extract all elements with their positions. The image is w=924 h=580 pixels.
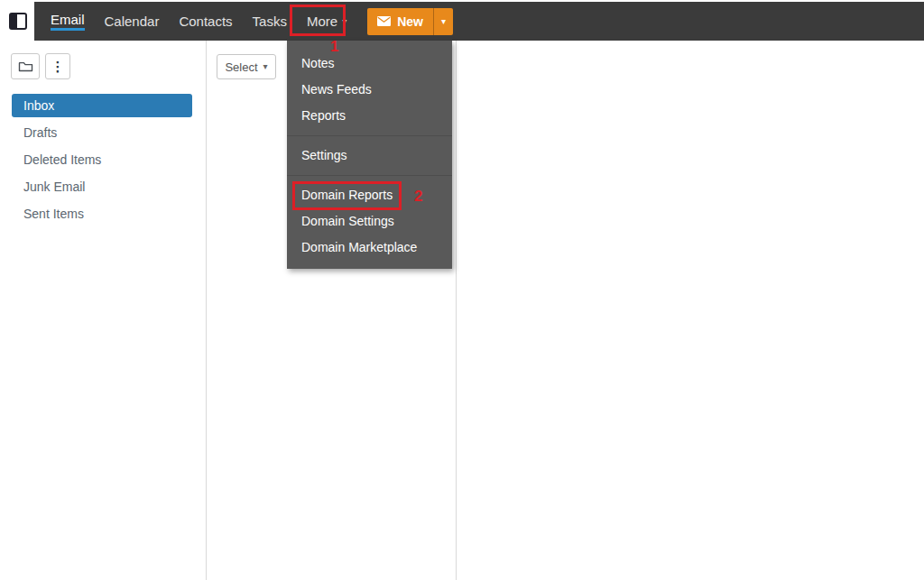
menu-divider (287, 175, 452, 176)
folder-item-label: Junk Email (23, 180, 85, 194)
folder-item-junk-email[interactable]: Junk Email (12, 175, 192, 198)
nav-tab-email-label: Email (51, 12, 85, 31)
menu-item-notes[interactable]: Notes (287, 51, 452, 77)
folder-item-label: Sent Items (23, 207, 84, 221)
nav-tab-calendar-label: Calendar (105, 14, 160, 30)
nav-tab-contacts[interactable]: Contacts (169, 2, 242, 41)
nav-tab-more[interactable]: More ▾ (297, 2, 356, 41)
chevron-down-icon: ▾ (263, 62, 268, 71)
folder-item-label: Inbox (23, 98, 54, 113)
menu-item-reports[interactable]: Reports (287, 103, 452, 129)
nav-tab-calendar[interactable]: Calendar (95, 2, 170, 41)
menu-item-news-feeds[interactable]: News Feeds (287, 77, 452, 103)
new-split-button: New ▾ (367, 8, 453, 35)
menu-item-domain-marketplace[interactable]: Domain Marketplace (287, 235, 452, 261)
pane-divider-right (456, 41, 457, 580)
pane-divider-left (206, 41, 207, 580)
menu-item-settings[interactable]: Settings (287, 143, 452, 169)
new-button-caret[interactable]: ▾ (433, 8, 453, 35)
new-button-label: New (397, 14, 423, 29)
folder-item-label: Deleted Items (23, 152, 101, 167)
menu-item-domain-reports[interactable]: Domain Reports (287, 182, 452, 208)
chevron-down-icon: ▾ (441, 16, 446, 26)
nav-tab-tasks[interactable]: Tasks (243, 2, 297, 41)
nav-tab-tasks-label: Tasks (253, 14, 287, 30)
top-navbar: Email Calendar Contacts Tasks More ▾ N (34, 2, 924, 41)
folder-item-sent-items[interactable]: Sent Items (12, 202, 192, 226)
folder-item-label: Drafts (23, 125, 57, 140)
kebab-menu-icon: ⋮ (51, 60, 65, 73)
select-dropdown-button[interactable]: Select ▾ (217, 54, 276, 79)
new-folder-button[interactable] (11, 53, 40, 79)
nav-tab-contacts-label: Contacts (179, 14, 232, 30)
sidebar-toggle-icon[interactable] (9, 13, 27, 30)
folder-icon (18, 60, 33, 72)
chevron-down-icon: ▾ (342, 17, 346, 26)
menu-divider (287, 135, 452, 136)
folder-list: Inbox Drafts Deleted Items Junk Email Se… (12, 94, 192, 229)
menu-item-domain-settings[interactable]: Domain Settings (287, 208, 452, 235)
folder-actions-menu-button[interactable]: ⋮ (45, 53, 70, 79)
nav-tab-email[interactable]: Email (41, 2, 95, 41)
webmail-app: Email Calendar Contacts Tasks More ▾ N (0, 0, 924, 580)
new-button[interactable]: New (367, 8, 433, 35)
folder-item-drafts[interactable]: Drafts (12, 121, 192, 144)
sidebar-toggle-fill (11, 14, 17, 28)
envelope-icon (377, 16, 391, 26)
folder-item-inbox[interactable]: Inbox (12, 94, 192, 117)
nav-tab-more-label: More (307, 14, 337, 30)
folder-item-deleted-items[interactable]: Deleted Items (12, 148, 192, 171)
select-dropdown-label: Select (225, 60, 257, 74)
more-dropdown-menu: Notes News Feeds Reports Settings Domain… (287, 41, 452, 269)
